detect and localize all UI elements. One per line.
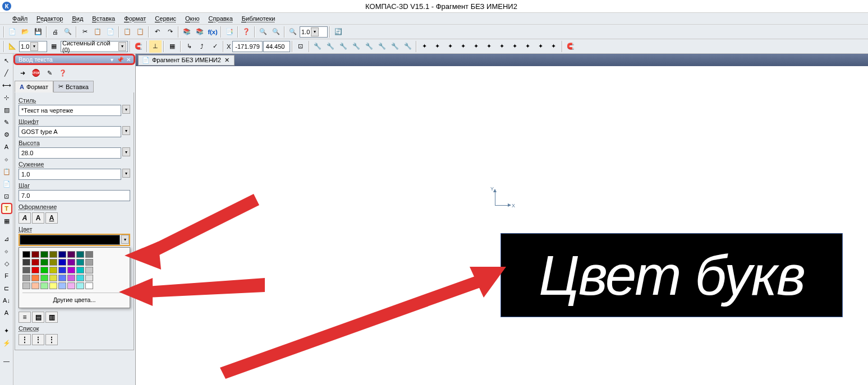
tool-h-icon[interactable]: 🔧 — [402, 40, 414, 53]
color-cell[interactable] — [40, 267, 48, 273]
snap-p9-icon[interactable]: ✦ — [522, 40, 534, 53]
color-cell[interactable] — [49, 259, 57, 266]
scale-icon[interactable]: 📐 — [6, 40, 19, 53]
panel-pin-icon[interactable]: 📌 — [116, 55, 124, 63]
other-colors-button[interactable]: Другие цвета... — [22, 293, 126, 304]
coord3-icon[interactable]: ✓ — [209, 40, 221, 53]
color-cell[interactable] — [67, 275, 75, 281]
tool-f-icon[interactable]: 🔧 — [376, 40, 388, 53]
grid-icon[interactable]: ▦ — [166, 40, 178, 53]
color-cell[interactable] — [76, 267, 84, 273]
color-cell[interactable] — [85, 251, 93, 258]
list3-icon[interactable]: ▥ — [45, 312, 58, 323]
vtool-table-icon[interactable]: ▦ — [1, 215, 12, 226]
color-cell[interactable] — [49, 282, 57, 289]
vtool-hatch-icon[interactable]: ▨ — [1, 104, 12, 115]
color-cell[interactable] — [58, 275, 66, 281]
print-icon[interactable]: 🖨 — [49, 26, 61, 38]
vtool-dim-icon[interactable]: ⟷ — [1, 80, 12, 91]
refresh-icon[interactable]: 🔄 — [332, 26, 345, 38]
panel-close-icon[interactable]: ✕ — [125, 55, 132, 63]
menu-format[interactable]: Формат — [120, 13, 150, 24]
underline-button[interactable]: A — [45, 212, 58, 224]
color-cell[interactable] — [22, 251, 30, 258]
fx-icon[interactable]: f(x) — [206, 26, 219, 38]
magnet2-icon[interactable]: 🧲 — [564, 40, 577, 53]
coord-x-value[interactable]: -171.979 — [232, 41, 262, 52]
list-icon[interactable]: 📋 — [134, 26, 146, 38]
color-cell[interactable] — [40, 259, 48, 266]
color-swatch[interactable] — [19, 234, 130, 246]
tool-e-icon[interactable]: 🔧 — [363, 40, 375, 53]
tool-a-icon[interactable]: 🔧 — [311, 40, 324, 53]
tool-c-icon[interactable]: 🔧 — [337, 40, 350, 53]
color-cell[interactable] — [76, 251, 84, 258]
style-combo-arrow[interactable] — [122, 105, 130, 114]
snap-p4-icon[interactable]: ✦ — [457, 40, 470, 53]
color-cell[interactable] — [67, 282, 75, 289]
canvas-area[interactable]: 📄 Фрагмент БЕЗ ИМЕНИ2 ✕ Y X Цвет букв — [136, 54, 868, 385]
scale-combo[interactable]: 1.0 — [19, 41, 47, 52]
tool-b-icon[interactable]: 🔧 — [324, 40, 337, 53]
color-cell[interactable] — [22, 267, 30, 273]
color-cell[interactable] — [49, 251, 57, 258]
color-cell[interactable] — [31, 275, 39, 281]
menu-file[interactable]: Файл — [8, 13, 32, 24]
style-combo[interactable]: *Текст на чертеже — [19, 105, 121, 116]
panel-dropdown-icon[interactable]: ▾ — [108, 55, 116, 63]
tab-insert[interactable]: ✂Вставка — [53, 81, 94, 92]
vtool-edit-icon[interactable]: ✎ — [1, 117, 12, 128]
copy-icon[interactable]: 📋 — [91, 26, 104, 38]
list1-icon[interactable]: ≡ — [19, 312, 31, 323]
color-cell[interactable] — [67, 259, 75, 266]
snap-p1-icon[interactable]: ✦ — [419, 40, 431, 53]
color-cell[interactable] — [76, 259, 84, 266]
canvas-text-block[interactable]: Цвет букв — [500, 233, 843, 317]
vtool-b1-icon[interactable]: ⊿ — [1, 233, 12, 244]
font-combo[interactable]: GOST type A — [19, 126, 121, 137]
color-cell[interactable] — [31, 251, 39, 258]
step-input[interactable]: 7.0 — [19, 190, 130, 201]
vtool-b3-icon[interactable]: ◇ — [1, 258, 12, 269]
snap-p6-icon[interactable]: ✦ — [483, 40, 495, 53]
color-cell[interactable] — [58, 267, 66, 273]
doc-tab-close-icon[interactable]: ✕ — [223, 57, 231, 64]
snap-p7-icon[interactable]: ✦ — [496, 40, 508, 53]
color-cell[interactable] — [85, 282, 93, 289]
vtool-a3-icon[interactable]: 📋 — [1, 166, 12, 177]
narrow-combo-arrow[interactable] — [122, 169, 130, 178]
font-combo-arrow[interactable] — [122, 126, 130, 135]
menu-service[interactable]: Сервис — [150, 13, 181, 24]
zoom-window-icon[interactable]: 🔍 — [270, 26, 282, 38]
panel-stop-icon[interactable]: STOP — [30, 67, 42, 78]
snap1-icon[interactable]: ⊡ — [295, 40, 307, 53]
color-cell[interactable] — [40, 275, 48, 281]
zoom-combo[interactable]: 1.0 — [300, 26, 328, 38]
narrow-input[interactable]: 1.0 — [19, 169, 121, 180]
vtool-text-icon[interactable]: T — [1, 203, 12, 214]
tool-g-icon[interactable]: 🔧 — [389, 40, 401, 53]
color-cell[interactable] — [58, 282, 66, 289]
color-cell[interactable] — [67, 267, 75, 273]
new-doc-icon[interactable]: 📄 — [6, 26, 19, 38]
list-b3-icon[interactable]: ⋮ — [45, 334, 58, 345]
preview-icon[interactable]: 🔍 — [62, 26, 74, 38]
menu-window[interactable]: Окно — [181, 13, 204, 24]
doc-tab[interactable]: 📄 Фрагмент БЕЗ ИМЕНИ2 ✕ — [138, 55, 235, 66]
snap-p2-icon[interactable]: ✦ — [431, 40, 444, 53]
menu-libraries[interactable]: Библиотеки — [237, 13, 280, 24]
color-cell[interactable] — [76, 275, 84, 281]
menu-insert[interactable]: Вставка — [88, 13, 120, 24]
vtool-b4-icon[interactable]: F — [1, 270, 12, 281]
color-cell[interactable] — [49, 267, 57, 273]
vtool-a5-icon[interactable]: ⊡ — [1, 191, 12, 202]
color-cell[interactable] — [58, 251, 66, 258]
undo-icon[interactable]: ↶ — [151, 26, 163, 38]
library-icon[interactable]: 📚 — [181, 26, 193, 38]
vtool-d1-icon[interactable]: — — [1, 355, 12, 367]
vtool-c2-icon[interactable]: ⚡ — [1, 337, 12, 349]
coord-y-value[interactable]: 44.450 — [263, 41, 290, 52]
color-cell[interactable] — [76, 282, 84, 289]
vtool-a4-icon[interactable]: 📄 — [1, 178, 12, 189]
snap-p10-icon[interactable]: ✦ — [535, 40, 547, 53]
